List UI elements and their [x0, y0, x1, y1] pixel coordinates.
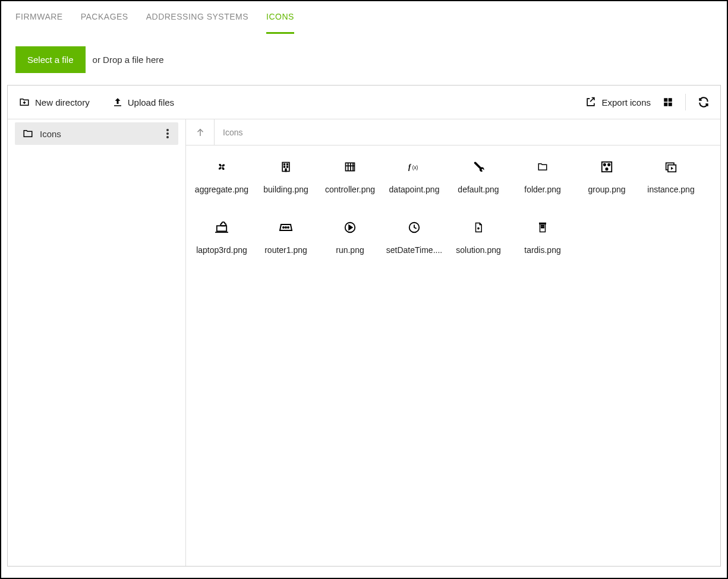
- refresh-icon[interactable]: [698, 96, 710, 108]
- svg-rect-2: [669, 98, 672, 102]
- wrench-icon: [446, 157, 510, 176]
- file-item[interactable]: default.png: [446, 157, 510, 194]
- svg-rect-4: [669, 103, 672, 106]
- file-item[interactable]: group.png: [575, 157, 639, 194]
- function-icon: f(x): [382, 157, 446, 176]
- dice-icon: [575, 157, 639, 176]
- svg-rect-41: [543, 227, 544, 228]
- file-name-label: group.png: [575, 185, 639, 194]
- file-name-label: building.png: [254, 185, 318, 194]
- svg-text:f: f: [408, 163, 412, 171]
- tab-packages[interactable]: PACKAGES: [81, 12, 128, 34]
- file-name-label: controller.png: [318, 185, 382, 194]
- file-item[interactable]: router1.png: [254, 218, 318, 255]
- svg-rect-40: [541, 227, 543, 228]
- tab-addressing-systems[interactable]: ADDRESSING SYSTEMS: [146, 12, 248, 34]
- svg-rect-28: [217, 226, 226, 231]
- folder-label: Icons: [40, 129, 61, 139]
- svg-rect-1: [664, 98, 667, 102]
- folder-icon: [510, 157, 575, 176]
- svg-point-25: [606, 168, 607, 170]
- file-item[interactable]: folder.png: [510, 157, 575, 194]
- file-item[interactable]: f(x)datapoint.png: [382, 157, 446, 194]
- svg-point-31: [285, 227, 286, 228]
- file-name-label: run.png: [318, 245, 382, 255]
- file-name-label: instance.png: [639, 185, 703, 194]
- svg-text:(x): (x): [412, 164, 418, 170]
- select-file-button[interactable]: Select a file: [15, 46, 86, 73]
- file-grid: aggregate.pngbuilding.pngcontroller.pngf…: [186, 145, 720, 290]
- svg-rect-11: [287, 164, 288, 165]
- svg-rect-37: [540, 223, 546, 224]
- svg-rect-14: [285, 169, 286, 171]
- export-icons-button[interactable]: Export icons: [585, 96, 651, 108]
- folder-icon: [22, 128, 34, 139]
- svg-point-35: [478, 227, 479, 229]
- up-button[interactable]: [186, 119, 215, 145]
- svg-rect-39: [543, 225, 544, 226]
- file-item[interactable]: laptop3rd.png: [190, 218, 254, 255]
- grid-view-icon[interactable]: [663, 97, 673, 107]
- svg-point-30: [283, 227, 284, 228]
- export-icons-label: Export icons: [601, 97, 651, 107]
- file-name-label: datapoint.png: [382, 185, 446, 194]
- file-name-label: folder.png: [510, 185, 575, 194]
- sidebar-folder-icons[interactable]: Icons: [15, 122, 178, 145]
- svg-point-24: [608, 164, 610, 166]
- main-panel: Icons aggregate.pngbuilding.pngcontrolle…: [186, 119, 720, 566]
- drop-hint-text: or Drop a file here: [93, 55, 164, 65]
- file-name-label: router1.png: [254, 245, 318, 255]
- svg-rect-12: [284, 166, 285, 167]
- svg-point-5: [166, 129, 169, 131]
- sidebar: Icons: [8, 119, 186, 566]
- upload-bar: Select a file or Drop a file here: [1, 34, 727, 85]
- building-icon: [254, 157, 318, 176]
- document-icon: [446, 218, 510, 237]
- fan-icon: [190, 157, 254, 176]
- file-item[interactable]: setDateTime....: [382, 218, 446, 255]
- clock-icon: [382, 218, 446, 237]
- play-circle-icon: [318, 218, 382, 237]
- new-folder-icon: [18, 97, 30, 107]
- tab-firmware[interactable]: FIRMWARE: [15, 12, 63, 34]
- file-name-label: tardis.png: [510, 245, 575, 255]
- upload-files-label: Upload files: [128, 97, 174, 107]
- toolbar: New directory Upload files Export icons: [8, 86, 720, 119]
- svg-rect-0: [114, 105, 121, 106]
- tab-icons[interactable]: ICONS: [266, 12, 294, 34]
- file-item[interactable]: tardis.png: [510, 218, 575, 255]
- file-item[interactable]: solution.png: [446, 218, 510, 255]
- svg-point-23: [604, 164, 606, 166]
- tabs-bar: FIRMWARE PACKAGES ADDRESSING SYSTEMS ICO…: [1, 1, 727, 34]
- svg-point-7: [166, 136, 169, 138]
- file-item[interactable]: run.png: [318, 218, 382, 255]
- content-area: Icons Icons aggregate.pngbuilding.pngcon…: [8, 119, 720, 566]
- laptop-cloud-icon: [190, 218, 254, 237]
- upload-files-button[interactable]: Upload files: [112, 97, 174, 107]
- file-item[interactable]: instance.png: [639, 157, 703, 194]
- controller-icon: [318, 157, 382, 176]
- file-manager: New directory Upload files Export icons: [7, 85, 721, 567]
- play-frame-icon: [639, 157, 703, 176]
- svg-rect-13: [287, 166, 288, 167]
- router-icon: [254, 218, 318, 237]
- more-options-icon[interactable]: [164, 129, 171, 138]
- svg-point-32: [288, 227, 289, 228]
- tardis-icon: [510, 218, 575, 237]
- file-item[interactable]: aggregate.png: [190, 157, 254, 194]
- new-directory-button[interactable]: New directory: [18, 97, 90, 107]
- svg-point-8: [221, 166, 223, 168]
- toolbar-divider: [685, 94, 686, 110]
- file-name-label: solution.png: [446, 245, 510, 255]
- file-item[interactable]: building.png: [254, 157, 318, 194]
- svg-point-6: [166, 132, 169, 135]
- file-name-label: default.png: [446, 185, 510, 194]
- file-item[interactable]: controller.png: [318, 157, 382, 194]
- upload-icon: [112, 97, 123, 107]
- file-name-label: aggregate.png: [190, 185, 254, 194]
- svg-rect-10: [284, 164, 285, 165]
- file-name-label: setDateTime....: [382, 245, 446, 255]
- svg-rect-3: [664, 103, 667, 106]
- file-name-label: laptop3rd.png: [190, 245, 254, 255]
- export-icon: [585, 96, 597, 108]
